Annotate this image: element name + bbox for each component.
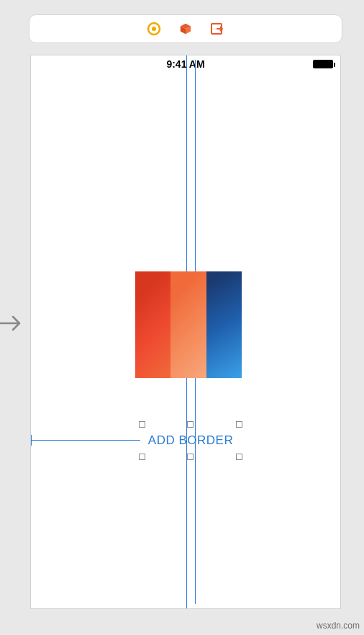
svg-point-1: [152, 27, 156, 31]
resize-handle-bottom-right[interactable]: [236, 454, 242, 460]
image-content: [135, 271, 170, 378]
leading-constraint-line: [31, 440, 140, 441]
storyboard-device-canvas[interactable]: 9:41 AM ADD BORDER: [30, 55, 341, 609]
image-view[interactable]: [135, 271, 242, 378]
record-icon: [147, 22, 161, 36]
add-border-button[interactable]: ADD BORDER: [147, 430, 234, 451]
image-content: [206, 271, 242, 378]
image-content: [170, 271, 206, 378]
watermark: wsxdn.com: [317, 621, 360, 631]
resize-handle-top-middle[interactable]: [187, 421, 194, 428]
record-button[interactable]: [147, 22, 161, 36]
status-bar: 9:41 AM: [31, 55, 340, 73]
resize-handle-top-right[interactable]: [236, 421, 242, 428]
resize-handle-bottom-left[interactable]: [139, 454, 145, 460]
exit-icon: [210, 22, 224, 36]
resize-handle-top-left[interactable]: [139, 421, 145, 428]
cube-icon: [179, 22, 192, 35]
back-arrow[interactable]: [0, 313, 23, 333]
status-time: 9:41 AM: [166, 58, 204, 70]
battery-icon: [313, 60, 333, 68]
arrow-right-icon: [0, 313, 23, 333]
view-debugger-button[interactable]: [178, 22, 193, 36]
exit-button[interactable]: [210, 22, 224, 36]
button-label: ADD BORDER: [148, 433, 233, 448]
debug-toolbar: [29, 14, 342, 43]
resize-handle-bottom-middle[interactable]: [187, 454, 194, 460]
